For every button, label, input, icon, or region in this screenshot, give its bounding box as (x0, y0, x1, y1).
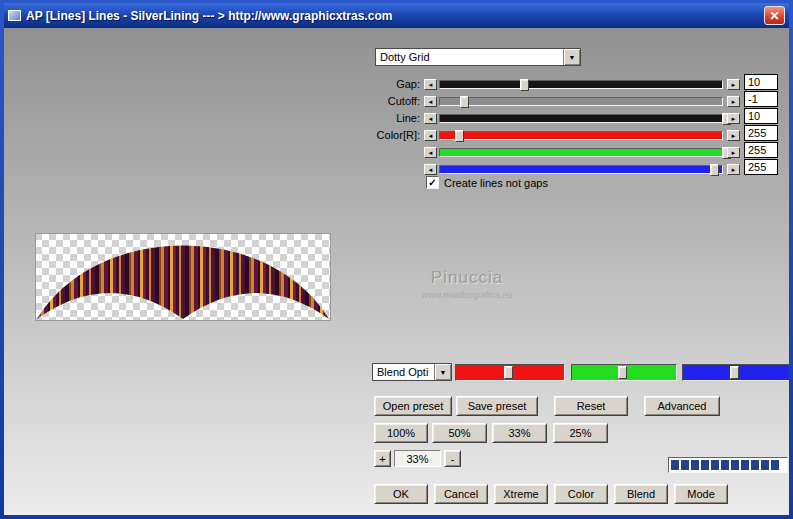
mode-button[interactable]: Mode (674, 484, 728, 504)
slider-thumb[interactable] (710, 164, 719, 176)
slider-left-arrow-icon[interactable]: ◄ (424, 96, 437, 107)
gap-label: Gap: (324, 78, 420, 90)
zoom-33-button[interactable]: 33% (492, 423, 547, 443)
zoom-minus-button[interactable]: - (444, 450, 461, 467)
cutoff-value[interactable]: -1 (744, 91, 778, 107)
blend-button[interactable]: Blend (614, 484, 668, 504)
blend-red-slider[interactable] (455, 364, 565, 381)
watermark-url: www.maidiregrafica.eu (392, 290, 542, 300)
color-green-value[interactable]: 255 (744, 142, 778, 158)
window-title: AP [Lines] Lines - SilverLining --- > ht… (26, 9, 392, 23)
dropdown-arrow-icon[interactable]: ▼ (563, 49, 580, 65)
slider-thumb[interactable] (520, 79, 529, 91)
color-button[interactable]: Color (554, 484, 608, 504)
slider-thumb[interactable] (460, 96, 469, 108)
xtreme-button[interactable]: Xtreme (494, 484, 548, 504)
line-label: Line: (324, 112, 420, 124)
slider-left-arrow-icon[interactable]: ◄ (424, 113, 437, 124)
progress-bar (668, 457, 788, 473)
slider-track[interactable] (439, 148, 723, 157)
advanced-button[interactable]: Advanced (644, 396, 720, 416)
zoom-25-button[interactable]: 25% (553, 423, 608, 443)
check-icon: ✓ (428, 177, 436, 188)
blend-options-dropdown[interactable]: Blend Opti ▼ (372, 363, 452, 381)
blend-slider-thumb[interactable] (730, 366, 739, 379)
gap-slider[interactable]: ◄ ► (424, 78, 740, 91)
color-green-slider[interactable]: ◄ ► (424, 146, 740, 159)
zoom-50-button[interactable]: 50% (432, 423, 487, 443)
blend-slider-thumb[interactable] (504, 366, 513, 379)
slider-right-arrow-icon[interactable]: ► (727, 79, 740, 90)
reset-button[interactable]: Reset (554, 396, 628, 416)
slider-thumb[interactable] (455, 130, 464, 142)
app-icon (8, 10, 21, 21)
gap-value[interactable]: 10 (744, 74, 778, 90)
cutoff-label: Cutoff: (324, 95, 420, 107)
close-icon: ✕ (769, 9, 779, 23)
slider-left-arrow-icon[interactable]: ◄ (424, 164, 437, 175)
save-preset-button[interactable]: Save preset (456, 396, 538, 416)
slider-track[interactable] (439, 165, 723, 174)
create-lines-checkbox-label: Create lines not gaps (444, 177, 548, 189)
watermark-name: Pinuccia (392, 268, 542, 288)
cancel-button[interactable]: Cancel (434, 484, 488, 504)
slider-track[interactable] (439, 80, 723, 89)
ok-button[interactable]: OK (374, 484, 428, 504)
blend-options-value: Blend Opti (373, 366, 434, 378)
dialog-body: Dotty Grid ▼ Gap: ◄ ► 10 Cutoff: ◄ ► -1 … (4, 28, 789, 515)
slider-right-arrow-icon[interactable]: ► (727, 96, 740, 107)
zoom-plus-button[interactable]: + (374, 450, 391, 467)
preset-dropdown[interactable]: Dotty Grid ▼ (375, 48, 581, 66)
preset-dropdown-value: Dotty Grid (376, 51, 563, 63)
slider-left-arrow-icon[interactable]: ◄ (424, 130, 437, 141)
blend-green-slider[interactable] (571, 364, 677, 381)
create-lines-checkbox[interactable]: ✓ (426, 176, 439, 189)
slider-right-arrow-icon[interactable]: ► (727, 113, 740, 124)
color-red-slider[interactable]: ◄ ► (424, 129, 740, 142)
title-bar[interactable]: AP [Lines] Lines - SilverLining --- > ht… (4, 3, 789, 28)
slider-left-arrow-icon[interactable]: ◄ (424, 147, 437, 158)
slider-right-arrow-icon[interactable]: ► (727, 147, 740, 158)
line-value[interactable]: 10 (744, 108, 778, 124)
slider-track[interactable] (439, 131, 723, 140)
preview-image (35, 233, 331, 321)
line-slider[interactable]: ◄ ► (424, 112, 740, 125)
color-r-label: Color[R]: (324, 129, 420, 141)
zoom-100-button[interactable]: 100% (374, 423, 428, 443)
color-blue-value[interactable]: 255 (744, 159, 778, 175)
color-red-value[interactable]: 255 (744, 125, 778, 141)
blend-slider-thumb[interactable] (618, 366, 627, 379)
zoom-level-value: 33% (394, 450, 441, 467)
close-button[interactable]: ✕ (764, 6, 785, 25)
dropdown-arrow-icon[interactable]: ▼ (434, 364, 451, 380)
plugin-window: AP [Lines] Lines - SilverLining --- > ht… (0, 0, 793, 519)
open-preset-button[interactable]: Open preset (374, 396, 452, 416)
slider-track[interactable] (439, 114, 723, 123)
cutoff-slider[interactable]: ◄ ► (424, 95, 740, 108)
slider-left-arrow-icon[interactable]: ◄ (424, 79, 437, 90)
slider-right-arrow-icon[interactable]: ► (727, 130, 740, 141)
slider-right-arrow-icon[interactable]: ► (727, 164, 740, 175)
blend-blue-slider[interactable] (682, 364, 789, 381)
color-blue-slider[interactable]: ◄ ► (424, 163, 740, 176)
slider-track[interactable] (439, 97, 723, 106)
